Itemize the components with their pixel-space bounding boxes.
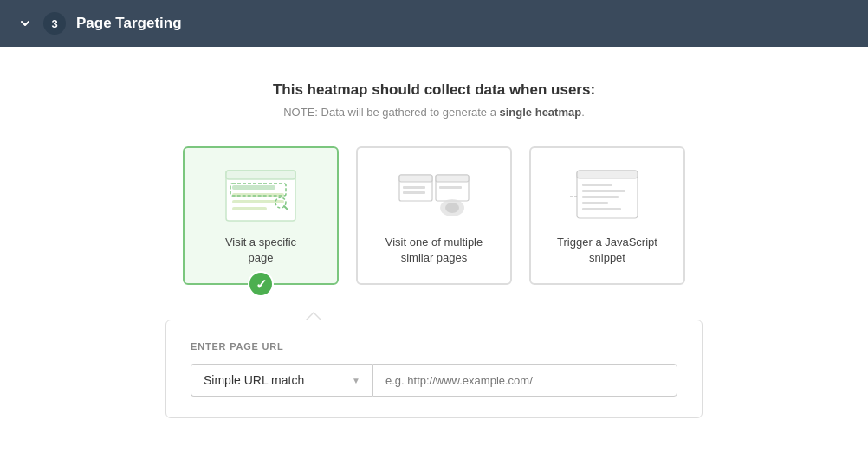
card-js-snippet-label: Trigger a JavaScriptsnippet [557, 235, 657, 266]
svg-point-17 [445, 203, 459, 213]
page-title: Page Targeting [76, 15, 182, 32]
svg-rect-19 [577, 171, 638, 178]
svg-rect-23 [582, 202, 608, 204]
url-section-label: ENTER PAGE URL [191, 341, 677, 352]
card-multiple-pages[interactable]: Visit one of multiplesimilar pages [356, 146, 512, 285]
svg-rect-10 [399, 175, 432, 182]
note-suffix: . [581, 106, 585, 119]
note-bold: single heatmap [500, 106, 582, 119]
note-prefix: NOTE: Data will be gathered to generate … [283, 106, 499, 119]
page-header: 3 Page Targeting [0, 0, 868, 47]
svg-rect-5 [232, 207, 267, 210]
js-snippet-illustration [568, 165, 646, 226]
svg-rect-12 [403, 191, 425, 194]
specific-page-illustration [222, 165, 300, 226]
select-dropdown-arrow: ▼ [352, 376, 360, 385]
svg-rect-2 [232, 185, 275, 190]
svg-rect-11 [403, 186, 425, 189]
svg-rect-1 [226, 171, 295, 179]
svg-rect-15 [439, 186, 462, 189]
card-multiple-pages-label: Visit one of multiplesimilar pages [385, 235, 483, 266]
svg-rect-14 [436, 175, 469, 182]
card-specific-page[interactable]: Visit a specificpage ✓ [183, 146, 339, 285]
option-cards: Visit a specificpage ✓ [183, 146, 685, 285]
multiple-pages-illustration [395, 165, 473, 226]
url-inputs-row: Simple URL match ▼ [191, 364, 677, 397]
svg-rect-20 [582, 184, 612, 186]
step-number: 3 [43, 12, 66, 35]
svg-rect-22 [582, 196, 619, 198]
svg-rect-21 [582, 190, 625, 192]
main-content: This heatmap should collect data when us… [0, 47, 868, 465]
url-select-value: Simple URL match [204, 373, 343, 387]
collapse-chevron[interactable] [17, 16, 33, 31]
card-js-snippet[interactable]: Trigger a JavaScriptsnippet [529, 146, 685, 285]
question-title: This heatmap should collect data when us… [273, 81, 595, 99]
note-text: NOTE: Data will be gathered to generate … [283, 106, 585, 119]
url-match-select[interactable]: Simple URL match ▼ [191, 364, 372, 397]
svg-rect-24 [582, 208, 621, 210]
url-section: ENTER PAGE URL Simple URL match ▼ [165, 320, 703, 418]
url-input-field[interactable] [372, 364, 677, 397]
selected-checkmark: ✓ [248, 271, 274, 297]
card-specific-page-label: Visit a specificpage [225, 235, 296, 266]
